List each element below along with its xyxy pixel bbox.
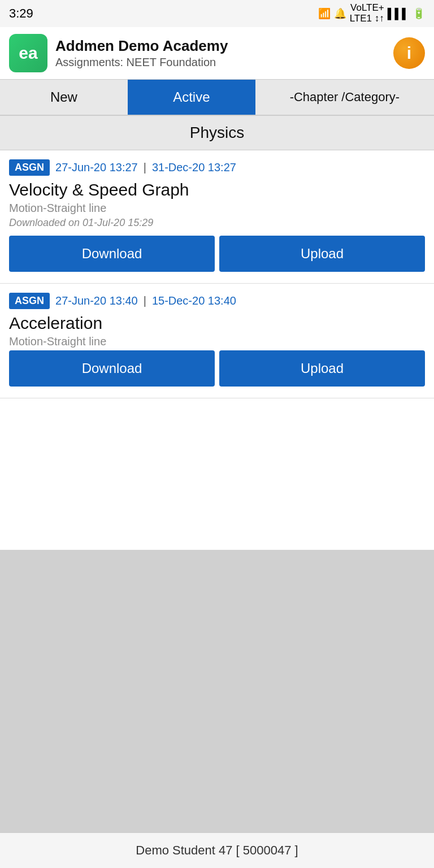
assignment-downloaded-1: Downloaded on 01-Jul-20 15:29 [9,217,425,229]
app-title: Addmen Demo Academy [55,37,228,55]
asgn-separator-2: | [144,294,146,307]
info-button[interactable]: i [393,37,425,69]
assignment-title-1: Velocity & Speed Graph [9,180,425,199]
asgn-end-date-2: 15-Dec-20 13:40 [152,294,236,307]
asgn-badge-1: ASGN [9,159,50,176]
logo-text: ea [19,44,37,63]
tab-chapter-category[interactable]: -Chapter /Category- [255,80,434,115]
tab-active[interactable]: Active [128,80,255,115]
status-bar: 3:29 📶 🔔 VoLTE+LTE1 ↕↑ ▌▌▌ 🔋 [0,0,434,27]
upload-button-1[interactable]: Upload [219,236,425,272]
app-header: ea Addmen Demo Academy Assignments: NEET… [0,27,434,80]
footer: Demo Student 47 [ 5000047 ] [0,832,434,868]
action-buttons-2: Download Upload [9,350,425,387]
section-title: Physics [190,124,244,141]
empty-area [0,550,434,832]
battery-icon: 🔋 [413,7,425,20]
asgn-start-date-1: 27-Jun-20 13:27 [55,161,138,174]
app-subtitle: Assignments: NEET Foundation [55,56,228,69]
info-icon-label: i [407,44,411,63]
assignment-item-1: ASGN 27-Jun-20 13:27 | 31-Dec-20 13:27 V… [0,150,434,284]
bell-icon: 🔔 [334,7,346,20]
asgn-start-date-2: 27-Jun-20 13:40 [55,294,138,307]
tab-bar: New Active -Chapter /Category- [0,80,434,116]
app-logo: ea [9,34,47,72]
status-time: 3:29 [9,6,33,21]
header-left: ea Addmen Demo Academy Assignments: NEET… [9,34,228,72]
header-text: Addmen Demo Academy Assignments: NEET Fo… [55,37,228,69]
assignment-item-2: ASGN 27-Jun-20 13:40 | 15-Dec-20 13:40 A… [0,284,434,398]
asgn-end-date-1: 31-Dec-20 13:27 [152,161,236,174]
download-button-2[interactable]: Download [9,350,215,387]
upload-button-2[interactable]: Upload [219,350,425,387]
signal-bars-icon: ▌▌▌ [388,8,409,20]
assignment-category-2: Motion-Straight line [9,335,425,348]
assignment-category-1: Motion-Straight line [9,202,425,215]
assignment-title-2: Acceleration [9,314,425,333]
asgn-meta-2: ASGN 27-Jun-20 13:40 | 15-Dec-20 13:40 [9,293,425,309]
asgn-separator-1: | [144,161,146,174]
footer-text: Demo Student 47 [ 5000047 ] [136,843,298,857]
download-button-1[interactable]: Download [9,236,215,272]
status-icons: 📶 🔔 VoLTE+LTE1 ↕↑ ▌▌▌ 🔋 [318,3,425,24]
asgn-badge-2: ASGN [9,293,50,309]
tab-new[interactable]: New [0,80,128,115]
signal-text: VoLTE+LTE1 ↕↑ [350,3,384,24]
action-buttons-1: Download Upload [9,236,425,272]
asgn-meta-1: ASGN 27-Jun-20 13:27 | 31-Dec-20 13:27 [9,159,425,176]
section-header: Physics [0,116,434,150]
assignment-list: ASGN 27-Jun-20 13:27 | 31-Dec-20 13:27 V… [0,150,434,550]
wifi-icon: 📶 [318,7,331,20]
